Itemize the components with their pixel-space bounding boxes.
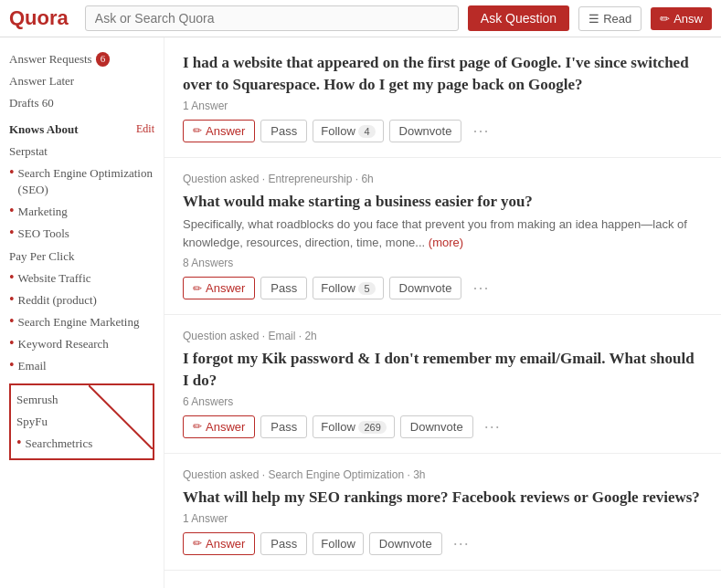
- sidebar-item-email[interactable]: • Email: [9, 355, 154, 377]
- pencil-icon: ✏: [193, 420, 202, 433]
- sidebar-item-drafts[interactable]: Drafts 60: [9, 92, 154, 114]
- follow-button-2[interactable]: Follow 5: [313, 277, 383, 299]
- sidebar-item-serpstat[interactable]: Serpstat: [9, 141, 154, 163]
- downvote-button-1[interactable]: Downvote: [389, 120, 462, 142]
- more-options-button-3[interactable]: ···: [479, 417, 506, 436]
- follow-count-2: 5: [358, 282, 375, 295]
- action-bar-1: ✏ Answer Pass Follow 4 Downvote ···: [183, 120, 703, 142]
- answer-button[interactable]: ✏ Answ: [651, 7, 712, 30]
- question-title-3[interactable]: I forgot my Kik password & I don't remem…: [183, 348, 703, 392]
- question-card-1: I had a website that appeared on the fir…: [164, 37, 721, 158]
- question-meta-4: Question asked · Search Engine Optimizat…: [183, 468, 703, 481]
- knows-about-section: Knows About Edit: [9, 115, 154, 141]
- sidebar-item-reddit[interactable]: • Reddit (product): [9, 289, 154, 311]
- sidebar: Answer Requests 6 Answer Later Drafts 60…: [0, 37, 164, 588]
- answer-button-4[interactable]: ✏ Answer: [183, 532, 255, 555]
- answer-count-3: 6 Answers: [183, 395, 703, 408]
- follow-count-3: 269: [358, 421, 386, 434]
- action-bar-4: ✏ Answer Pass Follow Downvote ···: [183, 532, 703, 555]
- sidebar-item-answer-later[interactable]: Answer Later: [9, 70, 154, 92]
- sidebar-item-searchmetrics[interactable]: • Searchmetrics: [16, 433, 147, 455]
- answer-count-1: 1 Answer: [183, 100, 703, 112]
- pencil-icon: ✏: [193, 537, 202, 550]
- logo[interactable]: Quora: [9, 6, 69, 30]
- more-options-button-4[interactable]: ···: [448, 534, 475, 553]
- search-input[interactable]: [85, 5, 459, 31]
- follow-count-1: 4: [358, 125, 375, 138]
- answer-count-4: 1 Answer: [183, 512, 703, 525]
- main-layout: Answer Requests 6 Answer Later Drafts 60…: [0, 37, 721, 588]
- question-card-3: Question asked · Email · 2h I forgot my …: [164, 315, 721, 454]
- dot-icon: •: [9, 314, 15, 329]
- answer-count-2: 8 Answers: [183, 257, 703, 269]
- pass-button-3[interactable]: Pass: [260, 415, 307, 438]
- top-nav: Quora Ask Question ☰ Read ✏ Answ: [0, 0, 721, 37]
- question-desc-2: Specifically, what roadblocks do you fac…: [183, 215, 703, 251]
- sidebar-item-seo[interactable]: • Search Engine Optimization (SEO): [9, 163, 154, 201]
- sidebar-highlighted-section: Semrush SpyFu • Searchmetrics: [9, 383, 154, 461]
- sidebar-item-semrush[interactable]: Semrush: [16, 389, 147, 411]
- more-link-2[interactable]: (more): [429, 236, 463, 249]
- dot-icon: •: [9, 270, 15, 285]
- edit-knows-about-button[interactable]: Edit: [136, 122, 154, 136]
- pencil-icon: ✏: [193, 282, 202, 295]
- answer-button-1[interactable]: ✏ Answer: [183, 120, 255, 142]
- sidebar-item-answer-requests[interactable]: Answer Requests 6: [9, 48, 154, 70]
- answer-button-3[interactable]: ✏ Answer: [183, 415, 255, 438]
- question-title-4[interactable]: What will help my SEO rankings more? Fac…: [183, 487, 703, 509]
- more-options-button-1[interactable]: ···: [467, 121, 494, 141]
- sidebar-item-sem[interactable]: • Search Engine Marketing: [9, 311, 154, 333]
- sidebar-item-marketing[interactable]: • Marketing: [9, 201, 154, 223]
- dot-icon: •: [9, 358, 15, 373]
- main-content: I had a website that appeared on the fir…: [164, 37, 721, 588]
- sidebar-item-pay-per-click[interactable]: Pay Per Click: [9, 246, 154, 268]
- downvote-button-2[interactable]: Downvote: [389, 277, 462, 299]
- downvote-button-3[interactable]: Downvote: [400, 415, 473, 438]
- answer-button-2[interactable]: ✏ Answer: [183, 277, 255, 299]
- pencil-icon: ✏: [660, 12, 670, 26]
- question-title-2[interactable]: What would make starting a business easi…: [183, 191, 703, 213]
- read-button[interactable]: ☰ Read: [578, 6, 641, 31]
- pass-button-4[interactable]: Pass: [260, 532, 307, 555]
- pencil-icon: ✏: [193, 124, 202, 137]
- question-meta-3: Question asked · Email · 2h: [183, 330, 703, 342]
- question-meta-2: Question asked · Entrepreneurship · 6h: [183, 173, 703, 185]
- dot-icon: •: [9, 226, 15, 240]
- dot-icon: •: [9, 165, 15, 180]
- dot-icon: •: [16, 436, 22, 450]
- dot-icon: •: [9, 204, 15, 218]
- read-icon: ☰: [588, 12, 599, 26]
- downvote-button-4[interactable]: Downvote: [369, 532, 442, 555]
- action-bar-2: ✏ Answer Pass Follow 5 Downvote ···: [183, 277, 703, 299]
- question-card-2: Question asked · Entrepreneurship · 6h W…: [164, 158, 721, 316]
- action-bar-3: ✏ Answer Pass Follow 269 Downvote ···: [183, 415, 703, 438]
- pass-button-2[interactable]: Pass: [260, 277, 307, 299]
- follow-button-1[interactable]: Follow 4: [313, 120, 383, 142]
- sidebar-item-keyword-research[interactable]: • Keyword Research: [9, 333, 154, 355]
- dot-icon: •: [9, 336, 15, 351]
- sidebar-item-spyfu[interactable]: SpyFu: [16, 411, 147, 433]
- answer-requests-badge: 6: [96, 52, 111, 66]
- ask-question-button[interactable]: Ask Question: [468, 5, 569, 31]
- sidebar-item-seo-tools[interactable]: • SEO Tools: [9, 223, 154, 245]
- dot-icon: •: [9, 292, 15, 307]
- more-options-button-2[interactable]: ···: [467, 278, 494, 298]
- question-card-4: Question asked · Search Engine Optimizat…: [164, 454, 721, 571]
- follow-button-3[interactable]: Follow 269: [313, 415, 395, 438]
- sidebar-item-website-traffic[interactable]: • Website Traffic: [9, 268, 154, 289]
- follow-button-4[interactable]: Follow: [313, 532, 364, 555]
- question-title-1[interactable]: I had a website that appeared on the fir…: [183, 52, 703, 96]
- pass-button-1[interactable]: Pass: [260, 120, 307, 142]
